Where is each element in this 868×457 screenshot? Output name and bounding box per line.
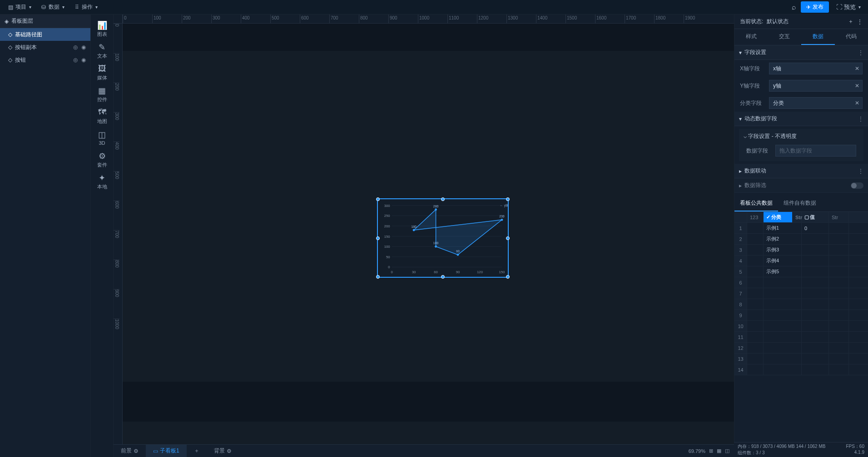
lock-icon[interactable]: ◎ [73,57,78,63]
grid-row[interactable]: 11 [734,332,868,343]
data-grid[interactable]: 123 分类 Str 值 Str 1 示例1 0 2 示例2 3 示例3 4 示… [734,212,868,457]
tab-交互[interactable]: 交互 [768,29,802,45]
resize-handle-br[interactable] [506,275,510,279]
cell-b[interactable]: 示例1 [764,223,802,233]
cell-d[interactable] [829,288,849,299]
more-v-icon[interactable]: ⋮ [858,116,863,122]
cell-d[interactable] [829,364,849,375]
cat-field-input[interactable]: 分类 ✕ [769,97,863,109]
clear-x-icon[interactable]: ✕ [855,65,859,72]
grid-row[interactable]: 3 示例3 [734,245,868,256]
cell-b[interactable]: 示例3 [764,245,802,255]
data-tab-1[interactable]: 组件自有数据 [778,196,822,211]
grid-row[interactable]: 8 [734,299,868,310]
add-tab-button[interactable]: ＋ [187,445,207,457]
layer-item-1[interactable]: ◇按钮副本◉◎ [0,41,90,54]
grid-row[interactable]: 1 示例1 0 [734,223,868,234]
cell-d[interactable] [829,332,849,342]
cell-a[interactable] [747,332,764,342]
resize-handle-bl[interactable] [376,275,380,279]
grid-row[interactable]: 6 [734,277,868,288]
cell-a[interactable] [747,364,764,375]
comp-媒体[interactable]: 🖼媒体 [92,62,112,84]
visibility-icon[interactable]: ◉ [81,44,86,50]
filter-toggle[interactable] [851,182,863,189]
tab-数据[interactable]: 数据 [801,29,835,45]
cell-a[interactable] [747,234,764,244]
grid-row[interactable]: 13 [734,354,868,364]
cell-d[interactable] [829,266,849,277]
canvas[interactable]: 0501001502002503000306090120150180280100… [123,24,734,457]
more-v-icon[interactable]: ⋮ [858,168,863,174]
resize-handle-tr[interactable] [506,197,510,201]
clear-cat-icon[interactable]: ✕ [855,100,859,106]
comp-文本[interactable]: ✎文本 [92,40,112,62]
grid-row[interactable]: 12 [734,343,868,354]
cell-a[interactable] [747,299,764,310]
cell-a[interactable] [747,288,764,299]
cell-d[interactable] [829,310,849,320]
cell-d[interactable] [829,256,849,266]
cell-c[interactable] [802,277,829,288]
menu-project[interactable]: ▤ 项目 [4,1,35,13]
search-icon[interactable]: ⌕ [791,4,797,10]
cell-d[interactable] [829,299,849,310]
cell-b[interactable] [764,364,802,375]
layer-item-2[interactable]: ◇按钮◉◎ [0,54,90,66]
cell-a[interactable] [747,223,764,233]
comp-控件[interactable]: ▦控件 [92,84,112,105]
cell-a[interactable] [747,277,764,288]
comp-图表[interactable]: 📊图表 [92,18,112,40]
cell-b[interactable]: 示例4 [764,256,802,266]
cell-b[interactable] [764,343,802,353]
grid-icon[interactable]: ▦ [717,448,721,454]
resize-handle-tm[interactable] [441,197,445,201]
more-icon[interactable]: ⋮ [857,19,863,25]
grid-row[interactable]: 14 [734,364,868,375]
cell-b[interactable] [764,299,802,310]
grid-row[interactable]: 9 [734,310,868,321]
cell-d[interactable] [829,343,849,353]
cell-d[interactable] [829,245,849,255]
resize-handle-ml[interactable] [376,236,380,240]
cell-c[interactable] [802,343,829,353]
tab-background[interactable]: 背景 ⚙ [207,445,239,457]
tab-样式[interactable]: 样式 [734,29,768,45]
col-b2-header[interactable]: Str [793,212,802,222]
cell-b[interactable] [764,321,802,331]
data-field-input[interactable]: 拖入数据字段 [775,145,856,157]
grid-row[interactable]: 10 [734,321,868,332]
cell-c[interactable] [802,332,829,342]
data-filter-header[interactable]: ▸ 数据筛选 [734,178,868,193]
visibility-icon[interactable]: ◉ [81,57,86,63]
cell-b[interactable] [764,354,802,364]
settings-icon[interactable]: ⚙ [134,448,139,454]
cell-b[interactable] [764,277,802,288]
grid-row[interactable]: 4 示例4 [734,256,868,266]
cell-d[interactable] [829,223,849,233]
cell-c[interactable] [802,364,829,375]
data-tab-0[interactable]: 看板公共数据 [734,196,778,211]
cell-d[interactable] [829,321,849,331]
dynamic-fields-header[interactable]: ▾ 动态数据字段 ⋮ [734,112,868,126]
cell-a[interactable] [747,354,764,364]
cell-b[interactable] [764,310,802,320]
cell-c[interactable] [802,266,829,277]
preview-button[interactable]: ⛶ 预览 [833,1,864,13]
col-b-header[interactable]: 分类 [764,212,793,222]
comp-套件[interactable]: ⚙套件 [92,149,112,171]
opacity-row-header[interactable]: ⌵ 字段设置 - 不透明度 [741,131,862,142]
cell-c[interactable] [802,234,829,244]
publish-button[interactable]: ✈ 发布 [801,1,829,13]
cell-c[interactable] [802,310,829,320]
cell-c[interactable] [802,256,829,266]
cell-c[interactable] [802,354,829,364]
grid-row[interactable]: 7 [734,288,868,299]
comp-3D[interactable]: ◫3D [92,127,112,149]
tab-sub1[interactable]: ▭ 子看板1 [146,445,187,457]
cell-a[interactable] [747,310,764,320]
cell-a[interactable] [747,245,764,255]
cell-c[interactable] [802,245,829,255]
col-d-header[interactable]: Str [829,212,849,222]
layer-item-0[interactable]: ◇基础路径图 [0,28,90,41]
